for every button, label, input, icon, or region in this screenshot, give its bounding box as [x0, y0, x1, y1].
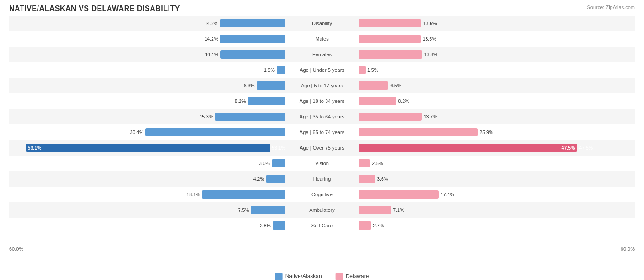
chart-area: 14.2% Disability 13.6% 14.2% [9, 16, 635, 245]
legend-box-delaware [336, 273, 343, 280]
chart-row: 18.1% Cognitive 17.4% [9, 187, 635, 202]
val-right: 47.5% [579, 145, 593, 151]
row-label: Ambulatory [285, 207, 359, 213]
val-left: 14.1% [205, 52, 219, 57]
bar-right [359, 159, 370, 167]
bar-left [266, 175, 285, 183]
val-left: 14.2% [205, 36, 218, 42]
val-left: 8.2% [235, 98, 246, 104]
val-right: 13.8% [424, 52, 438, 57]
legend-label-delaware: Delaware [346, 273, 369, 280]
val-right: 8.2% [398, 98, 409, 104]
source-label: Source: ZipAtlas.com [587, 5, 635, 10]
chart-row: 2.8% Self-Care 2.7% [9, 218, 635, 233]
bar-right [359, 81, 388, 90]
val-right: 25.9% [480, 129, 493, 135]
row-label: Hearing [285, 176, 359, 182]
val-left: 7.5% [238, 207, 249, 213]
val-right: 2.5% [372, 161, 383, 166]
val-left: 53.1% [272, 145, 285, 151]
chart-row: 15.3% Age | 35 to 64 years 13.7% [9, 109, 635, 124]
bar-left [220, 35, 285, 43]
bar-left [272, 159, 285, 167]
val-left: 30.4% [130, 129, 144, 135]
bar-left [277, 66, 285, 74]
bar-right [359, 175, 375, 183]
row-label: Males [285, 36, 359, 42]
chart-row: 6.3% Age | 5 to 17 years 6.5% [9, 78, 635, 93]
row-label: Self-Care [285, 223, 359, 228]
chart-row: 14.2% Disability 13.6% [9, 16, 635, 31]
bar-right [359, 221, 371, 230]
chart-row: 8.2% Age | 18 to 34 years 8.2% [9, 93, 635, 109]
val-right: 13.5% [423, 36, 437, 42]
legend: Native/Alaskan Delaware [275, 273, 369, 280]
val-left: 1.9% [264, 67, 275, 73]
chart-title: NATIVE/ALASKAN VS DELAWARE DISABILITY [9, 5, 635, 13]
bar-right [359, 19, 421, 27]
legend-box-native [275, 273, 283, 280]
axis-right: 60.0% [621, 246, 635, 252]
row-label: Cognitive [285, 192, 359, 197]
bar-left [273, 221, 285, 230]
val-left: 6.3% [244, 83, 255, 88]
row-label: Females [285, 52, 359, 57]
legend-label-native: Native/Alaskan [285, 273, 322, 280]
val-left: 15.3% [199, 114, 213, 119]
bar-left [257, 81, 285, 90]
bar-right [359, 206, 391, 214]
chart-row: 7.5% Ambulatory 7.1% [9, 202, 635, 218]
chart-container: NATIVE/ALASKAN VS DELAWARE DISABILITY So… [0, 0, 644, 280]
bar-left [145, 128, 285, 136]
val-right: 3.6% [377, 176, 388, 182]
axis-left: 60.0% [9, 246, 23, 252]
chart-row: 53.1% 53.1% Age | Over 75 years 47.5% 47… [9, 140, 635, 156]
row-label: Age | 18 to 34 years [285, 98, 359, 104]
bar-right [359, 50, 422, 59]
chart-row: 30.4% Age | 65 to 74 years 25.9% [9, 124, 635, 140]
chart-row: 14.2% Males 13.5% [9, 31, 635, 47]
bar-left: 53.1% [26, 144, 270, 152]
val-right-inside: 47.5% [562, 145, 575, 151]
val-left: 14.2% [205, 21, 218, 26]
bar-right [359, 97, 396, 105]
legend-delaware: Delaware [336, 273, 369, 280]
bar-left [220, 50, 285, 59]
bar-right: 47.5% [359, 144, 577, 152]
val-right: 17.4% [441, 192, 454, 197]
row-label: Age | Under 5 years [285, 67, 359, 73]
bar-right [359, 66, 366, 74]
val-right: 2.7% [373, 223, 384, 228]
legend-native: Native/Alaskan [275, 273, 322, 280]
bar-left [215, 113, 285, 121]
chart-row: 3.0% Vision 2.5% [9, 156, 635, 171]
row-label: Age | 5 to 17 years [285, 83, 359, 88]
row-label: Age | 65 to 74 years [285, 129, 359, 135]
val-right: 6.5% [390, 83, 401, 88]
val-left: 4.2% [253, 176, 264, 182]
val-left: 18.1% [186, 192, 200, 197]
val-right: 1.5% [367, 67, 378, 73]
row-label: Vision [285, 161, 359, 166]
val-left: 2.8% [260, 223, 271, 228]
axis-labels: 60.0% 60.0% [9, 246, 635, 252]
bar-right [359, 190, 439, 199]
val-right: 7.1% [393, 207, 404, 213]
chart-row: 4.2% Hearing 3.6% [9, 171, 635, 187]
val-right: 13.7% [424, 114, 437, 119]
bar-right [359, 128, 478, 136]
bar-right [359, 35, 421, 43]
bar-right [359, 113, 422, 121]
row-label: Age | Over 75 years [285, 145, 359, 151]
val-left-inside: 53.1% [28, 145, 42, 151]
row-label: Age | 35 to 64 years [285, 114, 359, 119]
row-label: Disability [285, 21, 359, 26]
bar-left [251, 206, 285, 214]
bar-left [248, 97, 285, 105]
chart-row: 14.1% Females 13.8% [9, 47, 635, 62]
val-left: 3.0% [259, 161, 270, 166]
chart-row: 1.9% Age | Under 5 years 1.5% [9, 62, 635, 78]
bar-left [220, 19, 285, 27]
bar-left [202, 190, 285, 199]
val-right: 13.6% [423, 21, 437, 26]
